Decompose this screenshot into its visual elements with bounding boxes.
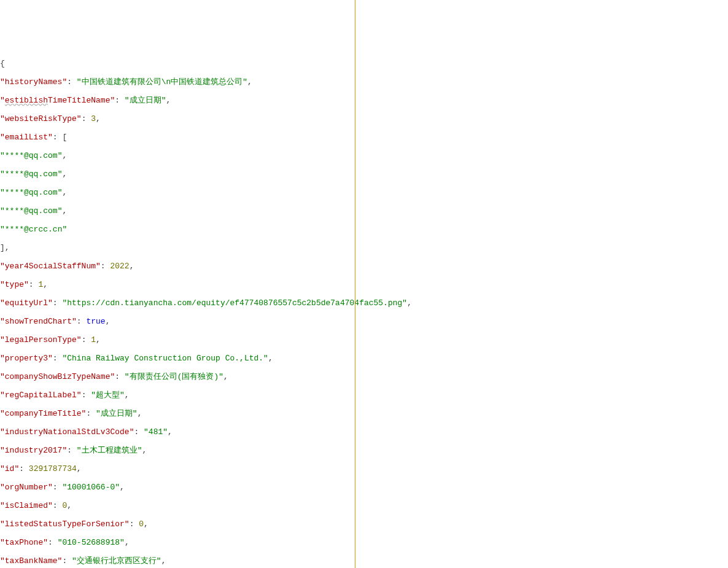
json-line: "****@qq.com", [0,206,728,216]
json-line: "****@crcc.cn" [0,225,728,234]
json-line: "listedStatusTypeForSenior": 0, [0,519,728,529]
json-line: "taxBankName": "交通银行北京西区支行", [0,556,728,566]
json-line: "companyShowBizTypeName": "有限责任公司(国有独资)"… [0,372,728,381]
json-line: "regCapitalLabel": "超大型", [0,391,728,400]
json-line: { [0,59,728,68]
json-line: ], [0,243,728,252]
json-line: "type": 1, [0,280,728,289]
json-line: "emailList": [ [0,133,728,142]
json-line: "taxPhone": "010-52688918", [0,538,728,547]
json-line: "estiblishTimeTitleName": "成立日期", [0,96,728,105]
json-line: "industryNationalStdLv3Code": "481", [0,427,728,437]
json-line: "id": 3291787734, [0,464,728,473]
json-line: "websiteRiskType": 3, [0,114,728,123]
json-line: "equityUrl": "https://cdn.tianyancha.com… [0,298,728,308]
json-line: "industry2017": "土木工程建筑业", [0,446,728,455]
json-line: "property3": "China Railway Construction… [0,354,728,363]
json-line: "****@qq.com", [0,151,728,160]
json-line: "legalPersonType": 1, [0,335,728,344]
json-line: "showTrendChart": true, [0,317,728,326]
json-line: "historyNames": "中国铁道建筑有限公司\n中国铁道建筑总公司", [0,77,728,87]
json-line: "companyTimeTitle": "成立日期", [0,409,728,418]
json-line: "orgNumber": "10001066-0", [0,483,728,492]
json-line: "****@qq.com", [0,188,728,197]
column-divider [355,0,355,568]
json-line: "year4SocialStaffNum": 2022, [0,262,728,271]
json-line: "****@qq.com", [0,169,728,179]
json-line: "isClaimed": 0, [0,501,728,510]
